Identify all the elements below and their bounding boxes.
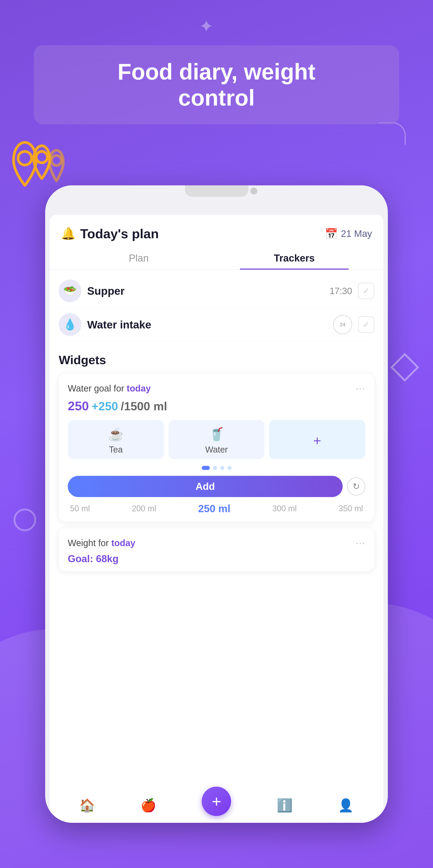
date-group: 📅 21 May	[325, 228, 372, 240]
tea-icon: ☕	[108, 427, 124, 442]
ml-250[interactable]: 250 ml	[198, 502, 230, 515]
plus-icon: +	[313, 433, 321, 448]
nav-food[interactable]: 🍎	[140, 798, 156, 814]
bottom-nav: 🏠 🍎 + ℹ️ 👤	[50, 789, 383, 823]
weight-goal: Goal: 68kg	[68, 553, 365, 564]
ml-350[interactable]: 350 ml	[339, 504, 363, 513]
water-check[interactable]: ✓	[358, 316, 374, 333]
tea-label: Tea	[109, 445, 123, 455]
weight-widget-card: Weight for today ··· Goal: 68kg	[59, 528, 374, 571]
timer-label: 24	[340, 322, 345, 328]
nav-home[interactable]: 🏠	[79, 798, 95, 814]
dot-1	[202, 466, 210, 470]
header-title: Food diary, weight control	[52, 59, 381, 111]
supper-name: Supper	[87, 285, 324, 297]
svg-point-1	[36, 151, 47, 163]
tab-trackers[interactable]: Trackers	[216, 248, 372, 269]
more-icon[interactable]: ···	[356, 383, 365, 394]
water-add: +250	[92, 399, 118, 413]
widgets-title: Widgets	[59, 353, 374, 367]
tab-plan[interactable]: Plan	[61, 248, 216, 269]
weight-widget-title: Weight for today	[68, 538, 135, 548]
bell-icon: 🔔	[61, 227, 76, 241]
tab-bar: Plan Trackers	[50, 248, 383, 270]
info-icon: ℹ️	[277, 798, 293, 813]
add-row: Add ↻	[68, 476, 365, 497]
weight-widget-header: Weight for today ···	[68, 537, 365, 549]
diamond-decoration	[390, 353, 419, 381]
plan-items-list: 🥗 Supper 17:30 ✓ 💧 Water intake 24 ✓	[50, 270, 383, 346]
header-card: Food diary, weight control	[34, 45, 399, 124]
pin-decoration	[7, 131, 79, 194]
water-current: 250	[68, 399, 89, 413]
water-widget-card: Water goal for today ··· 250 +250 /1500 …	[59, 374, 374, 522]
supper-time: 17:30	[330, 286, 352, 296]
add-water-button[interactable]: Add	[68, 476, 343, 497]
home-icon: 🏠	[79, 798, 95, 813]
ml-options: 50 ml 200 ml 250 ml 300 ml 350 ml	[68, 502, 365, 515]
ml-200[interactable]: 200 ml	[132, 504, 156, 513]
timer-24h: 24	[333, 315, 352, 334]
water-label: Water	[205, 445, 228, 455]
phone-notch	[185, 185, 248, 197]
water-intake-name: Water intake	[87, 318, 327, 331]
water-widget-header: Water goal for today ···	[68, 383, 365, 394]
food-icon: 🍎	[140, 798, 156, 813]
profile-icon: 👤	[338, 798, 354, 813]
phone-top-bar	[45, 185, 388, 215]
list-item[interactable]: 🥗 Supper 17:30 ✓	[59, 274, 374, 308]
water-drink-button[interactable]: 🥤 Water	[168, 420, 265, 459]
star-decoration: ✦	[199, 16, 214, 37]
refresh-button[interactable]: ↻	[347, 477, 365, 495]
water-today-highlight: today	[127, 383, 151, 393]
add-drink-button[interactable]: +	[269, 420, 365, 459]
carousel-dots	[68, 466, 365, 470]
fab-plus-icon: +	[212, 792, 221, 811]
weight-more-icon[interactable]: ···	[356, 537, 365, 549]
ml-50[interactable]: 50 ml	[70, 504, 90, 513]
dot-4	[228, 466, 232, 470]
plan-date: 21 May	[341, 228, 372, 239]
ml-300[interactable]: 300 ml	[272, 504, 297, 513]
supper-icon: 🥗	[59, 280, 81, 302]
water-icon: 💧	[59, 313, 81, 336]
phone-screen: 🔔 Today's plan 📅 21 May Plan Trackers 🥗 …	[50, 215, 383, 798]
list-item[interactable]: 💧 Water intake 24 ✓	[59, 308, 374, 342]
water-total: /1500 ml	[121, 399, 167, 413]
weight-today-highlight: today	[111, 538, 136, 548]
dot-3	[220, 466, 224, 470]
phone-camera	[251, 188, 257, 194]
fab-add-button[interactable]: +	[202, 786, 231, 816]
calendar-icon: 📅	[325, 228, 338, 240]
svg-point-2	[52, 156, 61, 165]
curl-decoration	[379, 122, 406, 145]
phone-mockup: 🔔 Today's plan 📅 21 May Plan Trackers 🥗 …	[45, 185, 388, 823]
plan-title-group: 🔔 Today's plan	[61, 226, 159, 241]
widgets-section: Widgets Water goal for today ··· 250 +25…	[50, 346, 383, 576]
plan-title: Today's plan	[80, 226, 159, 241]
plan-header: 🔔 Today's plan 📅 21 May	[50, 215, 383, 248]
nav-info[interactable]: ℹ️	[277, 798, 293, 814]
circle-decoration	[13, 508, 36, 531]
water-widget-title: Water goal for today	[68, 383, 151, 394]
water-drink-icon: 🥤	[209, 427, 225, 442]
water-stats: 250 +250 /1500 ml	[68, 399, 365, 413]
tea-drink-button[interactable]: ☕ Tea	[68, 420, 164, 459]
drink-options: ☕ Tea 🥤 Water +	[68, 420, 365, 459]
supper-check[interactable]: ✓	[358, 283, 374, 299]
dot-2	[213, 466, 217, 470]
svg-point-0	[18, 151, 32, 165]
nav-profile[interactable]: 👤	[338, 798, 354, 814]
